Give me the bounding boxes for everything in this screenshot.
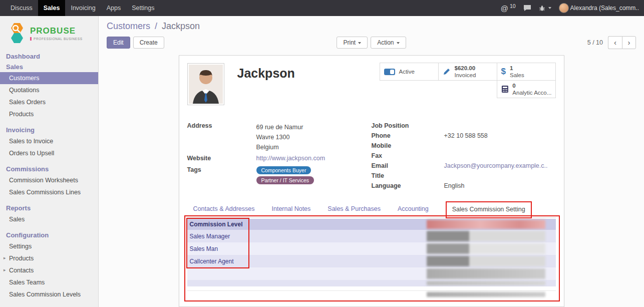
redacted-header-value bbox=[427, 220, 545, 229]
record-title: Jackpson bbox=[237, 66, 295, 81]
debug-menu-button[interactable] bbox=[539, 5, 551, 12]
action-dropdown[interactable]: Action bbox=[371, 37, 406, 49]
sidebar-item-quotations[interactable]: Quotations bbox=[0, 84, 98, 96]
chat-icon bbox=[523, 5, 531, 12]
sidebar-item-sales-to-invoice[interactable]: Sales to Invoice bbox=[0, 135, 98, 147]
language-label: Language bbox=[372, 182, 444, 191]
tag-components-buyer: Components Buyer bbox=[256, 166, 311, 174]
sidebar-header-dashboard[interactable]: Dashboard bbox=[0, 51, 98, 62]
address-line-2: Wavre 1300 bbox=[256, 132, 303, 142]
sidebar-item-sales-orders[interactable]: Sales Orders bbox=[0, 96, 98, 108]
tab-sales-commission-setting[interactable]: Sales Commission Setting bbox=[446, 201, 532, 218]
sidebar-item-label: Products bbox=[9, 255, 34, 262]
active-toggle-button[interactable]: Active bbox=[380, 63, 439, 81]
sidebar-item-sales-report[interactable]: Sales bbox=[0, 213, 98, 225]
commission-level-cell: Sales Man bbox=[187, 245, 248, 252]
sidebar-item-sales-teams[interactable]: Sales Teams bbox=[0, 276, 98, 288]
sidebar-item-orders-to-upsell[interactable]: Orders to Upsell bbox=[0, 147, 98, 159]
sidebar-header-sales[interactable]: Sales bbox=[0, 62, 98, 72]
create-button[interactable]: Create bbox=[133, 37, 164, 49]
invoiced-stat-button[interactable]: $620.00 Invoiced bbox=[438, 63, 497, 81]
mobile-label: Mobile bbox=[372, 142, 444, 151]
sidebar-item-customers[interactable]: Customers bbox=[0, 72, 98, 84]
redacted-value bbox=[427, 256, 545, 266]
sidebar-item-config-contacts[interactable]: ▸ Contacts bbox=[0, 264, 98, 276]
invoiced-label: Invoiced bbox=[455, 72, 476, 79]
print-label: Print bbox=[343, 39, 356, 46]
chevron-down-icon bbox=[358, 42, 361, 44]
tab-contacts-addresses[interactable]: Contacts & Addresses bbox=[193, 205, 255, 217]
brand-tagline: PROFESSIONAL BUSINESS bbox=[30, 37, 83, 41]
menu-apps[interactable]: Apps bbox=[101, 0, 127, 16]
field-grid: Address 69 rue de Namur Wavre 1300 Belgi… bbox=[187, 122, 556, 192]
person-photo bbox=[189, 65, 223, 104]
probuse-logo-icon bbox=[7, 22, 27, 44]
commission-level-cell: Callcenter Agent bbox=[187, 258, 248, 265]
breadcrumb-customers[interactable]: Customers bbox=[107, 21, 150, 31]
stat-buttons: Active $620.00 Invoiced $ 1 Sales bbox=[379, 63, 556, 98]
mention-icon: @ bbox=[501, 4, 508, 13]
tab-accounting[interactable]: Accounting bbox=[398, 205, 429, 217]
pager-previous-button[interactable]: ‹ bbox=[608, 36, 622, 49]
tab-internal-notes[interactable]: Internal Notes bbox=[271, 205, 310, 217]
chevron-down-icon bbox=[397, 42, 400, 44]
menu-sales[interactable]: Sales bbox=[38, 0, 66, 16]
language-value: English bbox=[444, 182, 465, 191]
sidebar-header-invoicing[interactable]: Invoicing bbox=[0, 125, 98, 135]
dollar-icon: $ bbox=[501, 67, 506, 77]
breadcrumb-current: Jackpson bbox=[162, 21, 200, 31]
active-label: Active bbox=[399, 68, 415, 75]
table-row[interactable]: Sales Man bbox=[187, 242, 556, 255]
title-label: Title bbox=[372, 172, 444, 181]
tags-label: Tags bbox=[187, 166, 256, 186]
table-row[interactable] bbox=[187, 280, 556, 286]
table-header-row: Commission Level bbox=[187, 219, 556, 230]
address-label: Address bbox=[187, 122, 256, 152]
invoice-pencil-icon bbox=[443, 68, 451, 76]
job-position-label: Job Position bbox=[372, 122, 444, 131]
redacted-value bbox=[427, 292, 545, 297]
redacted-value bbox=[427, 281, 545, 285]
user-menu[interactable]: Alexandra (Sales_comm.. bbox=[559, 3, 639, 13]
sidebar-header-commissions[interactable]: Commissions bbox=[0, 164, 98, 174]
messages-button[interactable] bbox=[523, 5, 531, 12]
sidebar-item-products[interactable]: Products bbox=[0, 108, 98, 120]
sidebar-item-label: Contacts bbox=[9, 267, 34, 274]
redacted-value bbox=[427, 243, 545, 254]
table-row[interactable]: Sales Manager bbox=[187, 230, 556, 242]
brand-name: PROBUSE bbox=[30, 26, 83, 36]
menu-settings[interactable]: Settings bbox=[126, 0, 160, 16]
email-link[interactable]: Jackpson@yourcompany.example.c.. bbox=[444, 162, 548, 171]
website-link[interactable]: http://www.jackpson.com bbox=[256, 155, 326, 163]
commission-table: Commission Level Sales Manager Sales Man… bbox=[187, 219, 556, 298]
menu-invoicing[interactable]: Invoicing bbox=[65, 0, 101, 16]
sidebar-item-settings[interactable]: Settings bbox=[0, 240, 98, 252]
table-separator bbox=[187, 286, 556, 291]
edit-button[interactable]: Edit bbox=[107, 37, 130, 49]
menu-discuss[interactable]: Discuss bbox=[5, 0, 38, 16]
analytic-stat-button[interactable]: 0 Analytic Acco... bbox=[497, 80, 556, 98]
sidebar-item-sales-commission-levels[interactable]: Sales Commission Levels bbox=[0, 288, 98, 300]
sales-stat-button[interactable]: $ 1 Sales bbox=[497, 63, 556, 81]
table-row[interactable] bbox=[187, 267, 556, 280]
analytic-count-value: 0 bbox=[512, 82, 515, 89]
sidebar-header-reports[interactable]: Reports bbox=[0, 203, 98, 213]
sidebar: PROBUSE PROFESSIONAL BUSINESS Dashboard … bbox=[0, 16, 99, 307]
sidebar-header-configuration[interactable]: Configuration bbox=[0, 230, 98, 240]
bug-icon bbox=[539, 5, 545, 12]
table-row[interactable]: Callcenter Agent bbox=[187, 255, 556, 267]
sidebar-item-commission-worksheets[interactable]: Commission Worksheets bbox=[0, 174, 98, 186]
sales-count-value: 1 bbox=[510, 65, 513, 72]
analytic-count-label: Analytic Acco... bbox=[512, 89, 551, 96]
sidebar-item-config-products[interactable]: ▸ Products bbox=[0, 252, 98, 264]
print-dropdown[interactable]: Print bbox=[337, 37, 368, 49]
main-area: Customers / Jackpson Edit Create Print A… bbox=[99, 16, 644, 307]
sidebar-item-sales-commissions-lines[interactable]: Sales Commissions Lines bbox=[0, 186, 98, 198]
invoiced-value: $620.00 bbox=[455, 65, 476, 72]
contact-photo[interactable] bbox=[187, 63, 224, 105]
expand-arrow-icon: ▸ bbox=[4, 267, 6, 272]
pager-next-button[interactable]: › bbox=[622, 36, 636, 49]
mentions-button[interactable]: @ 10 bbox=[501, 4, 516, 13]
tab-sales-purchases[interactable]: Sales & Purchases bbox=[328, 205, 381, 217]
record-sheet: Jackpson Active $620.00 Invoiced $ bbox=[179, 55, 564, 307]
